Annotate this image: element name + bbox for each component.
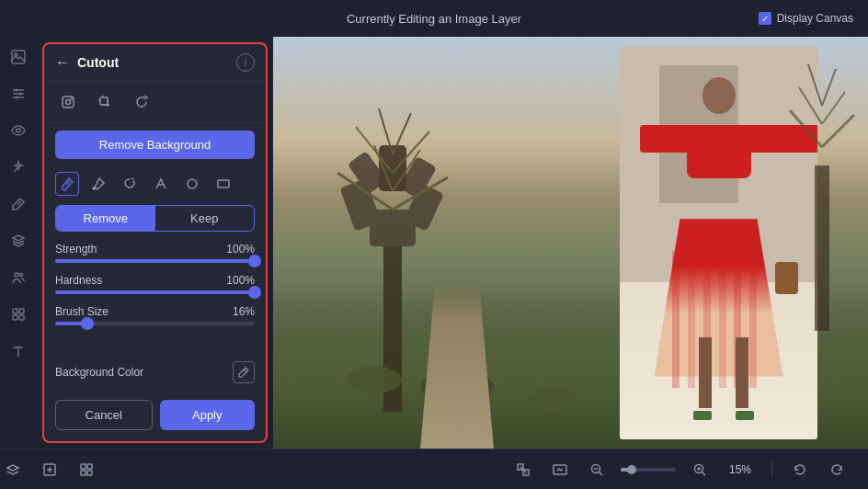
- svg-point-21: [71, 98, 72, 99]
- svg-point-11: [15, 273, 18, 277]
- top-bar: Currently Editing an Image Layer Display…: [0, 0, 868, 37]
- hardness-thumb[interactable]: [248, 286, 261, 299]
- crop-icon[interactable]: [92, 89, 118, 115]
- cutout-panel: ← Cutout i: [42, 42, 268, 443]
- svg-line-51: [822, 69, 836, 106]
- svg-rect-28: [218, 180, 229, 188]
- aspect-ratio-icon[interactable]: [547, 457, 573, 483]
- brush-size-label: Brush Size: [55, 305, 108, 318]
- zoom-out-icon[interactable]: [584, 457, 610, 483]
- sidebar-eye-icon[interactable]: [6, 118, 31, 143]
- main-area: ← Cutout i: [0, 37, 868, 449]
- action-buttons: Cancel Apply: [44, 392, 266, 441]
- svg-line-50: [808, 64, 822, 106]
- rect-select-button[interactable]: [211, 172, 235, 196]
- brush-size-value: 16%: [233, 305, 255, 318]
- keep-toggle-button[interactable]: Keep: [155, 206, 255, 231]
- strength-label: Strength: [55, 243, 97, 256]
- brush-tools-row: [44, 166, 266, 201]
- svg-line-63: [600, 472, 603, 475]
- strength-value: 100%: [226, 243, 255, 256]
- svg-rect-15: [13, 315, 17, 320]
- svg-point-12: [20, 274, 23, 277]
- redo-icon[interactable]: [824, 457, 850, 483]
- crop-bottom-icon[interactable]: [510, 457, 536, 483]
- svg-rect-58: [87, 471, 92, 475]
- brush-size-slider-row: Brush Size 16%: [55, 305, 255, 325]
- sliders-section: Strength 100% Hardness 100%: [44, 239, 266, 361]
- cancel-button[interactable]: Cancel: [55, 400, 153, 430]
- svg-point-27: [188, 179, 197, 188]
- strength-slider-row: Strength 100%: [55, 243, 255, 263]
- hardness-slider-row: Hardness 100%: [55, 274, 255, 294]
- svg-line-47: [822, 115, 854, 147]
- tool-icons-row: [44, 82, 266, 123]
- remove-toggle-button[interactable]: Remove: [56, 206, 155, 231]
- display-canvas-label: Display Canvas: [777, 12, 853, 25]
- grid-icon[interactable]: [74, 457, 99, 483]
- remove-keep-toggle: Remove Keep: [55, 205, 255, 232]
- sidebar-brush-icon[interactable]: [6, 191, 31, 217]
- zoom-slider-track[interactable]: [621, 468, 676, 472]
- bg-color-label: Background Color: [55, 366, 143, 379]
- panel-back-button[interactable]: ←: [55, 54, 70, 71]
- dropper-tool-button[interactable]: [86, 172, 110, 196]
- apply-button[interactable]: Apply: [160, 400, 256, 430]
- zoom-slider-thumb[interactable]: [627, 465, 636, 474]
- sidebar-adjustments-icon[interactable]: [6, 81, 31, 107]
- svg-point-8: [17, 129, 20, 132]
- strength-thumb[interactable]: [248, 255, 261, 267]
- refresh-icon[interactable]: [129, 89, 154, 115]
- panel-header: ← Cutout i: [44, 44, 266, 82]
- svg-line-10: [17, 201, 21, 205]
- circle-select-button[interactable]: [180, 172, 204, 196]
- brush-size-thumb[interactable]: [81, 317, 94, 330]
- strength-fill: [55, 259, 255, 263]
- layers-bottom-icon[interactable]: [0, 457, 26, 483]
- page-title: Currently Editing an Image Layer: [347, 12, 521, 26]
- zoom-percentage: 15%: [724, 463, 757, 476]
- svg-rect-55: [81, 464, 86, 469]
- panel-title: Cutout: [77, 55, 229, 70]
- svg-rect-14: [19, 309, 24, 313]
- sidebar-image-icon[interactable]: [6, 44, 31, 70]
- sidebar-text-icon[interactable]: [6, 338, 31, 364]
- display-canvas-wrap: Display Canvas: [759, 12, 853, 25]
- sidebar-magic-icon[interactable]: [6, 154, 31, 180]
- hardness-fill: [55, 290, 255, 294]
- svg-point-6: [19, 93, 22, 96]
- svg-rect-22: [100, 97, 108, 105]
- instagram-icon[interactable]: [55, 89, 81, 115]
- background-color-row: Background Color: [44, 361, 266, 383]
- svg-line-29: [244, 370, 246, 372]
- hardness-value: 100%: [226, 274, 255, 287]
- hardness-track[interactable]: [55, 290, 255, 294]
- add-frame-icon[interactable]: [37, 457, 63, 483]
- svg-point-20: [66, 100, 71, 105]
- undo-icon[interactable]: [787, 457, 813, 483]
- svg-rect-57: [81, 471, 86, 475]
- svg-rect-13: [13, 309, 17, 313]
- panel-info-button[interactable]: i: [236, 53, 255, 72]
- hair-select-button[interactable]: [149, 172, 173, 196]
- lasso-tool-button[interactable]: [118, 172, 142, 196]
- bottom-toolbar: 15%: [0, 449, 868, 489]
- zoom-divider: [771, 462, 772, 477]
- remove-background-button[interactable]: Remove Background: [55, 131, 255, 159]
- brush-size-track[interactable]: [55, 322, 255, 325]
- canvas-area: [273, 37, 868, 449]
- paintbrush-tool-button[interactable]: [55, 172, 79, 196]
- sidebar-people-icon[interactable]: [6, 265, 31, 290]
- svg-point-7: [16, 97, 18, 99]
- strength-track[interactable]: [55, 259, 255, 263]
- svg-line-67: [702, 472, 706, 475]
- left-sidebar: [0, 37, 37, 449]
- svg-rect-56: [87, 464, 92, 469]
- bg-color-swatch[interactable]: [233, 361, 255, 383]
- display-canvas-checkbox[interactable]: [759, 12, 771, 25]
- hardness-label: Hardness: [55, 274, 102, 287]
- sidebar-layers-icon[interactable]: [6, 228, 31, 254]
- zoom-in-icon[interactable]: [687, 457, 713, 483]
- svg-rect-16: [19, 315, 24, 320]
- sidebar-effects-icon[interactable]: [6, 301, 31, 327]
